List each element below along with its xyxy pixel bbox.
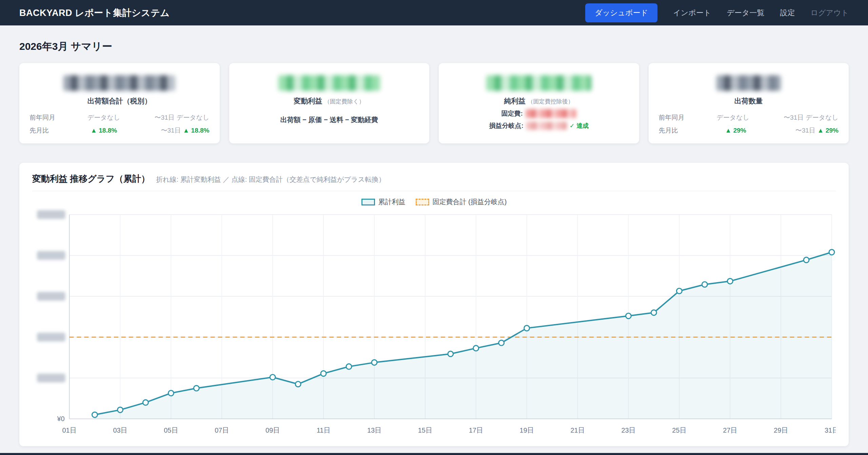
- summary-cards-row: 出荷額合計（税別） 前年同月 データなし 〜31日データなし 先月比 ▲ 18.…: [19, 63, 849, 143]
- legend-item-fixed-cost[interactable]: 固定費合計 (損益分岐点): [416, 197, 507, 206]
- redacted-value-breakeven: [526, 122, 567, 130]
- page-title: 2026年3月 サマリー: [19, 40, 849, 54]
- svg-text:29日: 29日: [774, 427, 788, 434]
- profit-trend-chart-card: 変動利益 推移グラフ（累計） 折れ線: 累計変動利益 ／ 点線: 固定費合計（交…: [19, 163, 849, 446]
- breakeven-line: 損益分岐点: ✓ 達成: [449, 121, 629, 130]
- nav-item-data-list[interactable]: データ一覧: [727, 8, 764, 18]
- svg-text:19日: 19日: [520, 427, 534, 434]
- svg-text:09日: 09日: [265, 427, 280, 434]
- card-title: 変動利益: [294, 97, 322, 105]
- nav-item-logout[interactable]: ログアウト: [810, 8, 849, 18]
- svg-text:01日: 01日: [62, 427, 77, 434]
- svg-text:27日: 27日: [723, 427, 737, 434]
- svg-text:05日: 05日: [164, 427, 178, 434]
- card-variable-profit: 変動利益 （固定費除く） 出荷額 − 原価 − 送料 − 変動経費: [229, 63, 430, 143]
- card-title-note: （固定費控除後）: [528, 98, 574, 105]
- svg-text:21日: 21日: [571, 427, 585, 434]
- redacted-value-variable-profit: [278, 75, 380, 91]
- profit-formula: 出荷額 − 原価 − 送料 − 変動経費: [239, 115, 419, 124]
- nav-item-dashboard[interactable]: ダッシュボード: [585, 3, 657, 22]
- chart-legend: 累計利益 固定費合計 (損益分岐点): [32, 197, 836, 206]
- card-title: 純利益: [504, 97, 526, 105]
- card-title: 出荷数量: [659, 96, 839, 106]
- svg-text:17日: 17日: [469, 427, 483, 434]
- window-bottom-edge: [0, 453, 868, 455]
- comparison-row: 先月比 ▲ 29% 〜31日▲ 29%: [659, 126, 839, 135]
- svg-text:11日: 11日: [317, 427, 331, 434]
- redacted-value-net-profit: [486, 75, 591, 91]
- card-title-note: （固定費除く）: [324, 98, 364, 105]
- svg-text:07日: 07日: [215, 427, 229, 434]
- redacted-value-fixed-cost: [526, 109, 576, 118]
- nav-item-import[interactable]: インポート: [673, 8, 711, 18]
- svg-text:¥0: ¥0: [57, 415, 64, 422]
- nav-menu: ダッシュボード インポート データ一覧 設定 ログアウト: [585, 3, 849, 22]
- profit-trend-chart: ¥001日03日05日07日09日11日13日15日17日19日21日23日25…: [32, 208, 836, 437]
- line-series-swatch-icon: [361, 199, 375, 205]
- app-title: BACKYARD レポート集計システム: [19, 7, 170, 19]
- legend-item-cumulative-profit[interactable]: 累計利益: [361, 197, 406, 206]
- comparison-row: 前年同月 データなし 〜31日データなし: [659, 113, 839, 122]
- comparison-row: 前年同月 データなし 〜31日データなし: [29, 113, 210, 122]
- svg-text:31日: 31日: [825, 427, 836, 434]
- svg-text:13日: 13日: [367, 427, 381, 434]
- chart-title: 変動利益 推移グラフ（累計）: [32, 173, 150, 185]
- main-content: 2026年3月 サマリー 出荷額合計（税別） 前年同月 データなし 〜31日デー…: [0, 25, 868, 446]
- svg-text:15日: 15日: [418, 427, 432, 434]
- svg-text:23日: 23日: [621, 427, 635, 434]
- card-shipment-quantity: 出荷数量 前年同月 データなし 〜31日データなし 先月比 ▲ 29% 〜31日…: [649, 63, 849, 143]
- breakeven-achieved-badge: ✓ 達成: [570, 122, 589, 130]
- top-navbar: BACKYARD レポート集計システム ダッシュボード インポート データ一覧 …: [0, 0, 868, 25]
- chart-subtitle: 折れ線: 累計変動利益 ／ 点線: 固定費合計（交差点で純利益がプラス転換）: [156, 175, 385, 184]
- dashed-series-swatch-icon: [416, 199, 429, 205]
- redacted-value-shipment-amount: [63, 75, 175, 91]
- card-title: 出荷額合計（税別）: [29, 96, 210, 106]
- card-net-profit: 純利益 （固定費控除後） 固定費: 損益分岐点: ✓ 達成: [439, 63, 639, 143]
- svg-text:03日: 03日: [113, 427, 127, 434]
- comparison-row: 先月比 ▲ 18.8% 〜31日▲ 18.8%: [29, 126, 210, 135]
- card-shipment-amount: 出荷額合計（税別） 前年同月 データなし 〜31日データなし 先月比 ▲ 18.…: [19, 63, 220, 143]
- redacted-value-shipment-quantity: [716, 75, 781, 91]
- fixed-cost-line: 固定費:: [449, 109, 629, 118]
- svg-text:25日: 25日: [672, 427, 686, 434]
- nav-item-settings[interactable]: 設定: [780, 8, 795, 18]
